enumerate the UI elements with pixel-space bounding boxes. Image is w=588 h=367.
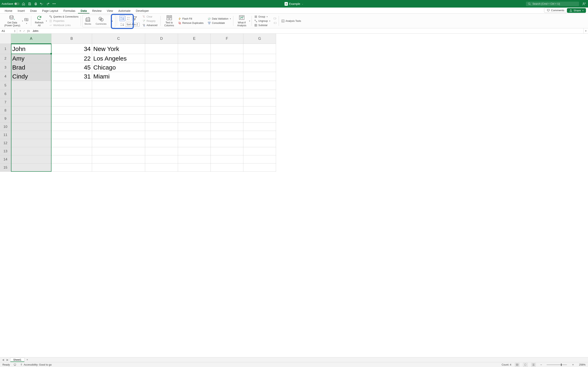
gallery-more-button[interactable]: ▸: [111, 16, 113, 26]
data-types-gallery[interactable]: Stocks $€ Currencies ▸: [82, 15, 115, 27]
normal-view-button[interactable]: [515, 363, 519, 367]
cell-F2[interactable]: [211, 54, 243, 63]
cell-F8[interactable]: [211, 106, 243, 115]
save-icon[interactable]: [27, 2, 32, 6]
tab-formulas[interactable]: Formulas: [61, 8, 78, 13]
row-header-12[interactable]: 12: [0, 139, 11, 147]
cell-E2[interactable]: [178, 54, 211, 63]
cell-D15[interactable]: [145, 164, 178, 172]
cell-F4[interactable]: [211, 72, 243, 81]
sheet-next-button[interactable]: ▶: [6, 358, 9, 361]
page-break-view-button[interactable]: [531, 363, 536, 367]
analysis-tools-button[interactable]: Analysis Tools: [281, 19, 302, 23]
cell-C8[interactable]: [92, 106, 145, 115]
cell-F9[interactable]: [211, 115, 243, 123]
column-header-E[interactable]: E: [178, 34, 211, 44]
fx-icon[interactable]: ƒx: [27, 29, 30, 33]
row-header-4[interactable]: 4: [0, 72, 11, 81]
cell-D7[interactable]: [145, 98, 178, 106]
cell-F14[interactable]: [211, 155, 243, 164]
tab-draw[interactable]: Draw: [27, 8, 39, 13]
formula-expand-button[interactable]: ▼: [584, 28, 588, 33]
cell-B1[interactable]: 34: [52, 44, 92, 54]
search-input[interactable]: Search (Cmd + Ctrl + U): [526, 2, 579, 6]
cell-B7[interactable]: [52, 98, 92, 106]
row-header-1[interactable]: 1: [0, 44, 11, 54]
sheet-tab-sheet1[interactable]: Sheet1: [10, 358, 25, 362]
cell-C11[interactable]: [92, 131, 145, 139]
cell-D10[interactable]: [145, 123, 178, 131]
account-icon[interactable]: [582, 2, 586, 6]
cell-D2[interactable]: [145, 54, 178, 63]
cell-B6[interactable]: [52, 90, 92, 98]
cell-A7[interactable]: [11, 98, 52, 106]
name-box-stepper[interactable]: ▲▼: [14, 28, 17, 33]
cell-A14[interactable]: [11, 155, 52, 164]
cell-A5[interactable]: [11, 81, 52, 90]
cell-F12[interactable]: [211, 139, 243, 147]
cell-F1[interactable]: [211, 44, 243, 54]
chevron-down-icon[interactable]: ▾: [249, 20, 250, 22]
show-detail-button[interactable]: [273, 17, 277, 20]
cell-E13[interactable]: [178, 147, 211, 155]
cell-B13[interactable]: [52, 147, 92, 155]
cancel-formula-icon[interactable]: ✕: [19, 29, 21, 33]
zoom-out-button[interactable]: −: [539, 363, 543, 366]
redo-button[interactable]: [46, 2, 50, 6]
column-header-A[interactable]: A: [11, 34, 52, 44]
cell-G6[interactable]: [243, 90, 276, 98]
page-layout-view-button[interactable]: [523, 363, 527, 367]
cell-B11[interactable]: [52, 131, 92, 139]
cell-D3[interactable]: [145, 63, 178, 72]
cell-G9[interactable]: [243, 115, 276, 123]
add-sheet-button[interactable]: ＋: [25, 358, 29, 362]
group-button[interactable]: Group ▾: [253, 15, 271, 18]
subtotal-button[interactable]: Subtotal: [253, 24, 271, 27]
cell-F6[interactable]: [211, 90, 243, 98]
whatif-analysis-button[interactable]: What-If Analysis: [235, 15, 249, 27]
cell-A8[interactable]: [11, 106, 52, 115]
cell-E6[interactable]: [178, 90, 211, 98]
cell-D14[interactable]: [145, 155, 178, 164]
cell-C5[interactable]: [92, 81, 145, 90]
cell-G7[interactable]: [243, 98, 276, 106]
cell-A10[interactable]: [11, 123, 52, 131]
row-header-9[interactable]: 9: [0, 115, 11, 123]
cell-G1[interactable]: [243, 44, 276, 54]
cell-C9[interactable]: [92, 115, 145, 123]
cell-E10[interactable]: [178, 123, 211, 131]
tab-developer[interactable]: Developer: [133, 8, 151, 13]
home-icon[interactable]: [21, 2, 26, 6]
cell-C10[interactable]: [92, 123, 145, 131]
cell-B3[interactable]: 45: [52, 63, 92, 72]
cell-F11[interactable]: [211, 131, 243, 139]
cell-B10[interactable]: [52, 123, 92, 131]
cell-G4[interactable]: [243, 72, 276, 81]
cell-F7[interactable]: [211, 98, 243, 106]
cell-G14[interactable]: [243, 155, 276, 164]
cell-D1[interactable]: [145, 44, 178, 54]
cell-G2[interactable]: [243, 54, 276, 63]
cell-A4[interactable]: Cindy: [11, 72, 52, 81]
spreadsheet-grid[interactable]: ABCDEFG1John34New York2Amy22Los Angeles3…: [0, 34, 588, 357]
consolidate-button[interactable]: Consolidate: [207, 21, 232, 25]
cell-B9[interactable]: [52, 115, 92, 123]
comments-button[interactable]: Comments: [544, 8, 567, 13]
flash-fill-button[interactable]: Flash Fill: [177, 17, 204, 21]
zoom-level[interactable]: 256%: [579, 363, 586, 366]
tab-review[interactable]: Review: [89, 8, 104, 13]
cell-E1[interactable]: [178, 44, 211, 54]
name-box[interactable]: A1 ▲▼: [0, 28, 17, 33]
cell-F10[interactable]: [211, 123, 243, 131]
cell-A13[interactable]: [11, 147, 52, 155]
cell-E7[interactable]: [178, 98, 211, 106]
refresh-all-button[interactable]: Refresh All: [33, 15, 45, 27]
cell-D5[interactable]: [145, 81, 178, 90]
formula-input[interactable]: John: [32, 28, 584, 33]
get-data-button[interactable]: Get Data (Power Query): [3, 15, 22, 27]
cell-F13[interactable]: [211, 147, 243, 155]
accessibility-status[interactable]: Accessibility: Good to go: [20, 363, 52, 366]
sort-custom-button[interactable]: ZAAZ: [126, 16, 131, 21]
cell-C2[interactable]: Los Angeles: [92, 54, 145, 63]
tab-data[interactable]: Data: [78, 8, 89, 13]
